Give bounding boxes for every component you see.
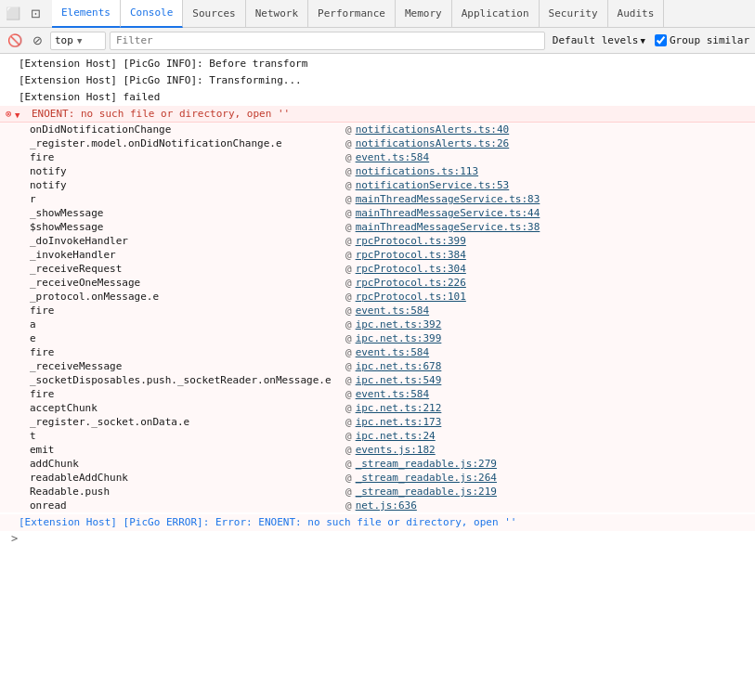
tab-memory[interactable]: Memory xyxy=(396,0,452,28)
tab-network[interactable]: Network xyxy=(246,0,308,28)
filter-input[interactable] xyxy=(110,32,545,50)
stack-link[interactable]: notifications.ts:113 xyxy=(356,164,478,178)
stack-link[interactable]: rpcProtocol.ts:101 xyxy=(356,290,466,304)
stack-link[interactable]: ipc.net.ts:678 xyxy=(356,359,442,373)
stack-frame-row: emit @ events.js:182 xyxy=(0,443,755,457)
stack-at: @ xyxy=(345,150,352,164)
stack-frame-row: _receiveMessage @ ipc.net.ts:678 xyxy=(0,359,755,373)
stack-at: @ xyxy=(345,262,352,276)
log-line: [Extension Host] [PicGo INFO]: Before tr… xyxy=(0,56,755,72)
stack-frame-row: _doInvokeHandler @ rpcProtocol.ts:399 xyxy=(0,234,755,248)
stack-frame-row: fire @ event.ts:584 xyxy=(0,345,755,359)
stack-frame-row: fire @ event.ts:584 xyxy=(0,150,755,164)
stack-frame-row: Readable.push @ _stream_readable.js:219 xyxy=(0,485,755,499)
tab-audits[interactable]: Audits xyxy=(608,0,665,28)
stack-link[interactable]: rpcProtocol.ts:399 xyxy=(356,234,466,248)
stack-at: @ xyxy=(345,457,352,471)
stack-frame-row: onDidNotificationChange @ notificationsA… xyxy=(0,123,755,136)
tab-sources[interactable]: Sources xyxy=(183,0,245,28)
stack-frame-row: _protocol.onMessage.e @ rpcProtocol.ts:1… xyxy=(0,290,755,304)
tab-application[interactable]: Application xyxy=(452,0,540,28)
stack-frame-row: _showMessage @ mainThreadMessageService.… xyxy=(0,206,755,220)
stack-link[interactable]: ipc.net.ts:24 xyxy=(356,429,436,443)
stack-frame-row: _register.model.onDidNotificationChange.… xyxy=(0,136,755,150)
stack-frame-row: notify @ notificationService.ts:53 xyxy=(0,178,755,192)
stack-at: @ xyxy=(345,276,352,290)
stack-frame-row: fire @ event.ts:584 xyxy=(0,304,755,318)
stack-link[interactable]: _stream_readable.js:264 xyxy=(356,471,497,485)
stack-link[interactable]: net.js:636 xyxy=(356,499,417,512)
stack-func-name: _register._socket.onData.e xyxy=(30,415,345,429)
cursor-icon[interactable]: ⊡ xyxy=(26,5,45,23)
stack-link[interactable]: ipc.net.ts:392 xyxy=(356,318,442,331)
tab-elements[interactable]: Elements xyxy=(52,0,121,28)
stack-frame-row: e @ ipc.net.ts:399 xyxy=(0,331,755,345)
stack-link[interactable]: _stream_readable.js:219 xyxy=(356,485,497,499)
default-levels-dropdown[interactable]: Default levels ▼ xyxy=(553,34,645,46)
stack-link[interactable]: rpcProtocol.ts:226 xyxy=(356,276,466,290)
stack-link[interactable]: events.js:182 xyxy=(356,443,436,457)
context-value: top xyxy=(55,34,73,46)
stack-at: @ xyxy=(345,499,352,512)
stack-link[interactable]: ipc.net.ts:173 xyxy=(356,415,442,429)
stack-at: @ xyxy=(345,304,352,318)
stack-link[interactable]: notificationsAlerts.ts:26 xyxy=(356,136,510,150)
stack-link[interactable]: notificationService.ts:53 xyxy=(356,178,510,192)
tab-security[interactable]: Security xyxy=(540,0,608,28)
stack-link[interactable]: event.ts:584 xyxy=(356,345,429,359)
stack-link[interactable]: notificationsAlerts.ts:40 xyxy=(356,123,510,136)
stack-frame-row: _invokeHandler @ rpcProtocol.ts:384 xyxy=(0,248,755,262)
stack-func-name: Readable.push xyxy=(30,485,345,499)
log-line: [Extension Host] failed xyxy=(0,89,755,106)
stop-button[interactable]: ⊘ xyxy=(28,32,46,50)
stack-link[interactable]: rpcProtocol.ts:304 xyxy=(356,262,466,276)
stack-link[interactable]: event.ts:584 xyxy=(356,387,429,401)
stack-at: @ xyxy=(345,123,352,136)
default-levels-arrow-icon: ▼ xyxy=(640,36,644,45)
stack-link[interactable]: mainThreadMessageService.ts:83 xyxy=(356,192,540,206)
stack-link[interactable]: _stream_readable.js:279 xyxy=(356,457,497,471)
stack-func-name: emit xyxy=(30,443,345,457)
stack-link[interactable]: rpcProtocol.ts:384 xyxy=(356,248,466,262)
stack-link[interactable]: mainThreadMessageService.ts:44 xyxy=(356,206,540,220)
stack-func-name: addChunk xyxy=(30,457,345,471)
stack-link[interactable]: ipc.net.ts:212 xyxy=(356,401,442,415)
tab-performance[interactable]: Performance xyxy=(308,0,396,28)
context-selector[interactable]: top ▼ xyxy=(50,32,106,50)
stack-func-name: _receiveMessage xyxy=(30,359,345,373)
stack-link[interactable]: ipc.net.ts:399 xyxy=(356,331,442,345)
stack-func-name: fire xyxy=(30,387,345,401)
tab-bar: ⬜ ⊡ Elements Console Sources Network Per… xyxy=(0,0,755,28)
stack-frame-row: _socketDisposables.push._socketReader.on… xyxy=(0,373,755,387)
stack-at: @ xyxy=(345,234,352,248)
stack-func-name: _receiveOneMessage xyxy=(30,276,345,290)
stack-func-name: notify xyxy=(30,164,345,178)
stack-frame-row: readableAddChunk @ _stream_readable.js:2… xyxy=(0,471,755,485)
error-message-text: ENOENT: no such file or directory, open … xyxy=(32,107,748,121)
group-similar-checkbox[interactable] xyxy=(655,34,667,46)
error-header-line[interactable]: ⊗ ▼ ENOENT: no such file or directory, o… xyxy=(0,106,755,123)
stack-frame-row: r @ mainThreadMessageService.ts:83 xyxy=(0,192,755,206)
log-text: [Extension Host] failed xyxy=(19,90,748,104)
stack-frame-row: $showMessage @ mainThreadMessageService.… xyxy=(0,220,755,234)
stack-link[interactable]: event.ts:584 xyxy=(356,304,429,318)
stack-func-name: e xyxy=(30,331,345,345)
tab-console[interactable]: Console xyxy=(121,0,183,28)
stack-link[interactable]: mainThreadMessageService.ts:38 xyxy=(356,220,540,234)
stack-at: @ xyxy=(345,290,352,304)
stack-func-name: a xyxy=(30,318,345,331)
dock-icon[interactable]: ⬜ xyxy=(4,5,22,23)
stack-frame-row: onread @ net.js:636 xyxy=(0,499,755,512)
clear-console-button[interactable]: 🚫 xyxy=(6,32,24,50)
stack-link[interactable]: ipc.net.ts:549 xyxy=(356,373,442,387)
stack-at: @ xyxy=(345,206,352,220)
stack-at: @ xyxy=(345,387,352,401)
log-line: [Extension Host] [PicGo INFO]: Transform… xyxy=(0,72,755,89)
stack-func-name: _protocol.onMessage.e xyxy=(30,290,345,304)
stack-func-name: _doInvokeHandler xyxy=(30,234,345,248)
stack-at: @ xyxy=(345,471,352,485)
stack-func-name: fire xyxy=(30,304,345,318)
stack-func-name: readableAddChunk xyxy=(30,471,345,485)
stack-func-name: onDidNotificationChange xyxy=(30,123,345,136)
stack-link[interactable]: event.ts:584 xyxy=(356,150,429,164)
